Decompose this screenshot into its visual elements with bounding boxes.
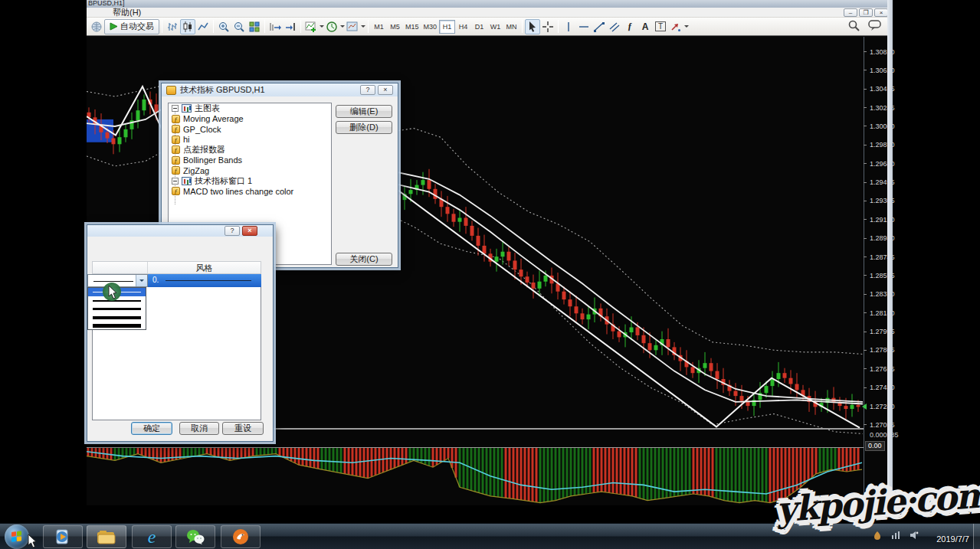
- line-chart-button[interactable]: [195, 19, 211, 34]
- axis-tick: [864, 182, 867, 183]
- menu-help[interactable]: 帮助(H): [110, 8, 144, 17]
- indicators-dialog-title: 技术指标 GBPUSD,H1: [180, 84, 265, 96]
- periods-dropdown-icon[interactable]: [339, 19, 345, 34]
- line-width-option-5[interactable]: [88, 322, 146, 330]
- tree-group[interactable]: 技术指标窗口 1: [169, 176, 331, 187]
- indicators-dropdown-icon[interactable]: [319, 19, 324, 34]
- indicator-icon: ƒ: [172, 156, 180, 165]
- taskbar-wechat-button[interactable]: [175, 525, 215, 548]
- axis-tick: [864, 294, 867, 295]
- trendline-button[interactable]: [592, 19, 607, 34]
- vertical-line-button[interactable]: [561, 19, 576, 34]
- indicator-item[interactable]: ƒGP_Clock: [169, 124, 331, 135]
- tray-volume-icon[interactable]: [910, 531, 919, 540]
- close-icon[interactable]: ×: [242, 226, 257, 236]
- chat-icon[interactable]: [868, 19, 883, 35]
- horizontal-line-button[interactable]: [576, 19, 592, 34]
- indicator-item[interactable]: ƒBollinger Bands: [169, 155, 331, 166]
- bar-chart-button[interactable]: [165, 19, 180, 34]
- reset-button[interactable]: 重设: [222, 422, 264, 435]
- properties-dialog-titlebar[interactable]: ? ×: [87, 225, 273, 237]
- indicator-item[interactable]: ƒhi: [169, 135, 331, 145]
- axis-tick: [864, 89, 867, 90]
- timeframe-button-MN[interactable]: MN: [503, 20, 519, 34]
- axis-tick: [864, 387, 867, 388]
- line-width-option-4[interactable]: [88, 313, 146, 322]
- timeframe-button-W1[interactable]: W1: [487, 20, 503, 34]
- delete-button[interactable]: 删除(D): [336, 121, 392, 134]
- crosshair-button[interactable]: [540, 19, 556, 34]
- arrows-button[interactable]: [668, 19, 683, 34]
- zoom-out-button[interactable]: [231, 19, 247, 34]
- auto-scroll-button[interactable]: [267, 19, 283, 34]
- indicator-item[interactable]: ƒ点差报数器: [169, 145, 331, 155]
- axis-tick: [864, 238, 867, 239]
- timeframe-button-M30[interactable]: M30: [421, 20, 440, 34]
- phoenix-browser-icon: [231, 528, 250, 546]
- tray-chart-icon[interactable]: [891, 531, 900, 540]
- channel-button[interactable]: [607, 19, 622, 34]
- start-button[interactable]: [5, 524, 29, 549]
- show-desktop-button[interactable]: [973, 524, 980, 549]
- restore-icon[interactable]: ❐: [859, 8, 873, 17]
- text-button[interactable]: A: [637, 19, 653, 34]
- media-player-icon: [54, 528, 72, 546]
- taskbar-date[interactable]: 2019/7/7: [936, 534, 969, 544]
- chart-shift-button[interactable]: [283, 19, 298, 34]
- ok-button[interactable]: 确定: [131, 422, 172, 435]
- timeframe-button-M5[interactable]: M5: [387, 20, 403, 34]
- timeframe-group: M1M5M15M30H1H4D1W1MN: [371, 20, 519, 34]
- collapse-icon[interactable]: [172, 178, 179, 185]
- search-icon[interactable]: [847, 19, 860, 35]
- help-icon[interactable]: ?: [360, 85, 375, 95]
- indicator-item[interactable]: ƒMoving Average: [169, 114, 331, 125]
- close-icon[interactable]: ×: [378, 85, 393, 95]
- indicator-dialog-icon: [166, 86, 176, 95]
- axis-tick: [864, 257, 867, 257]
- auto-trading-button[interactable]: 自动交易: [104, 19, 159, 34]
- indicators-dialog-titlebar[interactable]: 技术指标 GBPUSD,H1 ? ×: [162, 83, 398, 96]
- collapse-icon[interactable]: [172, 105, 179, 112]
- fibonacci-button[interactable]: ƒ: [622, 19, 637, 34]
- indicator-item[interactable]: ƒMACD two lines change color: [169, 186, 331, 197]
- timeframe-button-H1[interactable]: H1: [439, 20, 455, 34]
- menu-bar: 帮助(H) – ❐ ×: [87, 8, 893, 18]
- timeframe-button-D1[interactable]: D1: [471, 20, 487, 34]
- templates-dropdown-icon[interactable]: [360, 19, 365, 34]
- taskbar-browser-button[interactable]: [221, 525, 261, 548]
- line-width-option-3[interactable]: [88, 305, 146, 313]
- label-button[interactable]: T: [653, 19, 668, 34]
- timeframe-button-M1[interactable]: M1: [371, 20, 387, 34]
- tray-flame-icon[interactable]: [873, 531, 882, 540]
- globe-icon[interactable]: [89, 19, 104, 34]
- windows-logo-icon: [11, 531, 22, 542]
- taskbar-media-player-button[interactable]: [43, 525, 83, 548]
- close-button[interactable]: 关闭(C): [336, 253, 392, 266]
- chevron-down-icon[interactable]: [136, 275, 147, 286]
- minimize-icon[interactable]: –: [844, 8, 857, 17]
- header-cell-style: 风格: [148, 262, 261, 273]
- indicator-item[interactable]: ƒZigZag: [169, 165, 331, 176]
- tile-windows-button[interactable]: [247, 19, 262, 34]
- edit-button[interactable]: 编辑(E): [336, 105, 392, 118]
- indicators-button[interactable]: [303, 19, 319, 34]
- close-icon[interactable]: ×: [874, 8, 888, 17]
- templates-button[interactable]: [345, 19, 360, 34]
- zoom-in-button[interactable]: [216, 19, 231, 34]
- macd-current-value: 0.00: [865, 441, 885, 451]
- tree-group[interactable]: 主图表: [169, 103, 331, 114]
- candlestick-chart-button[interactable]: [180, 19, 195, 34]
- axis-tick: [864, 70, 867, 70]
- cursor-button[interactable]: [525, 19, 540, 34]
- help-icon[interactable]: ?: [225, 226, 240, 236]
- axis-tick: [864, 424, 867, 425]
- taskbar-internet-explorer-button[interactable]: e: [132, 525, 172, 548]
- taskbar-explorer-button[interactable]: [87, 525, 126, 548]
- header-cell-empty: [93, 262, 148, 273]
- timeframe-button-M15[interactable]: M15: [403, 20, 421, 34]
- indicator-icon: ƒ: [172, 187, 180, 195]
- cancel-button[interactable]: 取消: [179, 422, 219, 435]
- arrows-dropdown-icon[interactable]: [683, 19, 689, 34]
- timeframe-button-H4[interactable]: H4: [455, 20, 471, 34]
- periods-button[interactable]: [324, 19, 339, 34]
